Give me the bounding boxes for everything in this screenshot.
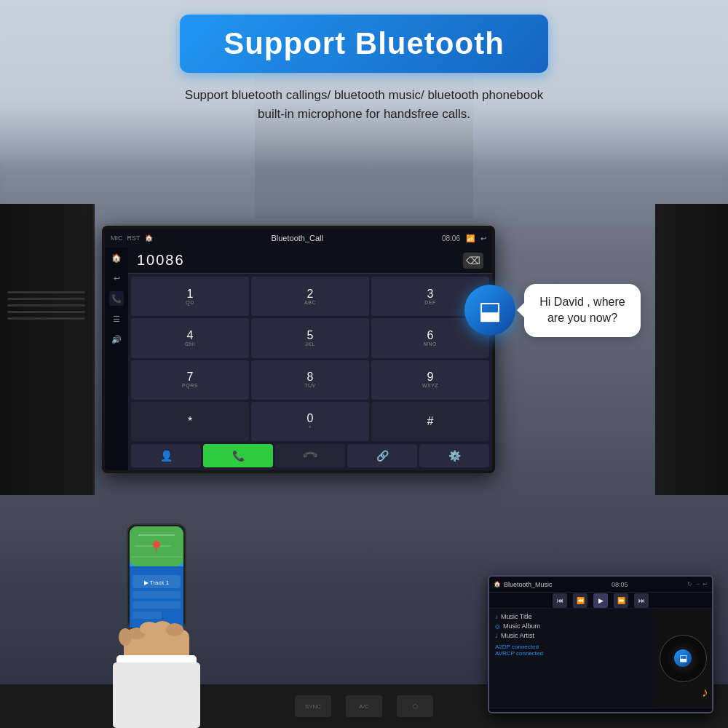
music-time: 08:05 bbox=[612, 581, 628, 588]
end-call-button[interactable]: 📞 bbox=[275, 444, 345, 467]
clock: 08:06 bbox=[442, 234, 460, 242]
music-bottom-nav: ⊞ 👤 ↺ ♫ 🔗 ⚙️ bbox=[489, 708, 712, 713]
vent-slat bbox=[7, 317, 85, 320]
vinyl-center: ⬓ bbox=[674, 649, 692, 667]
music-art: ⬓ ♪ bbox=[654, 609, 712, 708]
back-icon-music: ↩ bbox=[703, 581, 708, 587]
nav-phone[interactable]: 📞 bbox=[109, 291, 124, 306]
refresh-icon: ↻ bbox=[687, 581, 692, 587]
next-btn[interactable]: ⏭ bbox=[634, 593, 649, 608]
music-content: ♪ Music Title ◎ Music Album ♩ Music Arti… bbox=[489, 609, 712, 708]
nav-volume[interactable]: 🔊 bbox=[109, 332, 124, 347]
contact-button[interactable]: 👤 bbox=[131, 444, 201, 467]
sync-button[interactable]: SYNC bbox=[295, 695, 331, 717]
settings-button[interactable]: ⚙️ bbox=[419, 444, 489, 467]
music-label: Bluetooth_Music bbox=[504, 581, 553, 588]
right-dash-panel bbox=[655, 204, 728, 495]
a2dp-status: A2DP connected bbox=[495, 644, 648, 650]
key-4[interactable]: 4 GHI bbox=[131, 318, 249, 357]
speech-bubble: Hi David , where are you now? bbox=[524, 284, 641, 337]
bluetooth-icon: ⬓ bbox=[464, 285, 515, 336]
key-9[interactable]: 9 WXYZ bbox=[371, 360, 489, 400]
nav-back[interactable]: ↩ bbox=[109, 271, 124, 285]
left-nav: 🏠 ↩ 📞 ☰ 🔊 bbox=[105, 248, 128, 470]
music-screen: 🏠 Bluetooth_Music 08:05 ↻ → ↩ ⏮ ⏪ ▶ ⏩ ⏭ … bbox=[488, 575, 713, 713]
screen-topbar: MIC RST 🏠 Bluetooth_Call 08:06 📶 ↩ bbox=[105, 229, 492, 248]
left-dash-panel bbox=[0, 204, 95, 495]
key-7[interactable]: 7 PQRS bbox=[131, 360, 249, 400]
rst-label: RST bbox=[127, 234, 141, 242]
prev-btn[interactable]: ⏮ bbox=[553, 593, 567, 608]
nav-home[interactable]: 🏠 bbox=[109, 250, 124, 265]
nav-menu[interactable]: ☰ bbox=[109, 312, 124, 326]
subtitle-line2: built-in microphone for handsfree calls. bbox=[185, 105, 543, 124]
top-section: Support Bluetooth Support bluetooth call… bbox=[0, 0, 728, 167]
link-button[interactable]: 🔗 bbox=[347, 444, 417, 467]
topbar-center: Bluetooth_Call bbox=[271, 234, 323, 242]
fan-button[interactable]: ⬡ bbox=[397, 695, 433, 717]
note-icon: ♪ bbox=[495, 614, 498, 620]
svg-point-19 bbox=[166, 623, 183, 636]
forward-icon: → bbox=[695, 581, 700, 587]
transport-controls: ⏮ ⏪ ▶ ⏩ ⏭ bbox=[489, 593, 712, 609]
key-8[interactable]: 8 TUV bbox=[251, 360, 369, 400]
key-1[interactable]: 1 QD bbox=[131, 277, 249, 316]
key-hash[interactable]: # bbox=[371, 402, 489, 441]
keypad-grid: 1 QD 2 ABC 3 DEF 4 bbox=[128, 274, 492, 444]
topbar-right: 08:06 📶 ↩ bbox=[442, 234, 486, 242]
key-5[interactable]: 5 JKL bbox=[251, 318, 369, 357]
phone-number-bar: 10086 ⌫ bbox=[128, 248, 492, 274]
signal-icon: 📶 bbox=[466, 234, 475, 242]
topbar-left: MIC RST 🏠 bbox=[111, 234, 153, 242]
vent-slat bbox=[7, 298, 85, 300]
svg-rect-22 bbox=[113, 662, 200, 728]
rew-btn[interactable]: ⏪ bbox=[573, 593, 587, 608]
bluetooth-badge: Support Bluetooth bbox=[180, 15, 548, 73]
key-2[interactable]: 2 ABC bbox=[251, 277, 369, 316]
vinyl-record: ⬓ bbox=[660, 635, 707, 682]
music-note-icon: ♪ bbox=[702, 685, 708, 700]
head-unit: MIC RST 🏠 Bluetooth_Call 08:06 📶 ↩ 🏠 ↩ 📞 bbox=[102, 226, 495, 473]
subtitle-text: Support bluetooth callings/ bluetooth mu… bbox=[185, 86, 543, 123]
music-title-item: ♪ Music Title bbox=[495, 613, 648, 620]
ac-button[interactable]: A/C bbox=[346, 695, 382, 717]
screen-content: 🏠 ↩ 📞 ☰ 🔊 10086 ⌫ bbox=[105, 248, 492, 470]
key-0[interactable]: 0 + bbox=[251, 402, 369, 441]
avrcp-status: AVRCP connected bbox=[495, 650, 648, 657]
music-artist: Music Artist bbox=[501, 632, 534, 639]
key-star[interactable]: * bbox=[131, 402, 249, 441]
bluetooth-bubble-container: ⬓ Hi David , where are you now? bbox=[464, 284, 641, 337]
svg-rect-12 bbox=[132, 601, 181, 609]
vent-slat bbox=[7, 291, 85, 293]
subtitle-line1: Support bluetooth callings/ bluetooth mu… bbox=[185, 86, 543, 105]
screen-main: 10086 ⌫ 1 QD 2 ABC bbox=[128, 248, 492, 470]
svg-rect-11 bbox=[132, 591, 181, 598]
music-artist-item: ♩ Music Artist bbox=[495, 632, 648, 639]
home-icon-small: 🏠 bbox=[494, 581, 501, 587]
mic-label: MIC bbox=[111, 234, 123, 242]
backspace-button[interactable]: ⌫ bbox=[463, 253, 483, 269]
hand-svg: ▶ Track 1 bbox=[87, 510, 248, 728]
artist-icon: ♩ bbox=[495, 633, 498, 639]
svg-rect-13 bbox=[132, 612, 162, 619]
vent-slat bbox=[7, 304, 85, 306]
speech-text: Hi David , where are you now? bbox=[539, 296, 625, 324]
phone-number: 10086 bbox=[137, 252, 185, 269]
head-unit-screen: MIC RST 🏠 Bluetooth_Call 08:06 📶 ↩ 🏠 ↩ 📞 bbox=[105, 229, 492, 470]
bt-icon-vinyl: ⬓ bbox=[679, 653, 687, 663]
music-topbar: 🏠 Bluetooth_Music 08:05 ↻ → ↩ bbox=[489, 577, 712, 593]
music-title: Music Title bbox=[501, 613, 532, 620]
music-album: Music Album bbox=[503, 622, 540, 630]
keypad-bottom-row: 👤 📞 📞 🔗 ⚙️ bbox=[128, 444, 492, 470]
ff-btn[interactable]: ⏩ bbox=[614, 593, 628, 608]
music-info-panel: ♪ Music Title ◎ Music Album ♩ Music Arti… bbox=[489, 609, 654, 708]
bt-symbol: ⬓ bbox=[478, 296, 502, 325]
music-album-item: ◎ Music Album bbox=[495, 622, 648, 630]
album-icon: ◎ bbox=[495, 623, 500, 630]
call-button[interactable]: 📞 bbox=[203, 444, 273, 467]
back-icon: ↩ bbox=[480, 234, 486, 242]
hand-with-phone: ▶ Track 1 bbox=[87, 510, 248, 728]
play-btn[interactable]: ▶ bbox=[593, 593, 608, 608]
svg-point-20 bbox=[119, 628, 132, 646]
vent-slat bbox=[7, 311, 85, 313]
